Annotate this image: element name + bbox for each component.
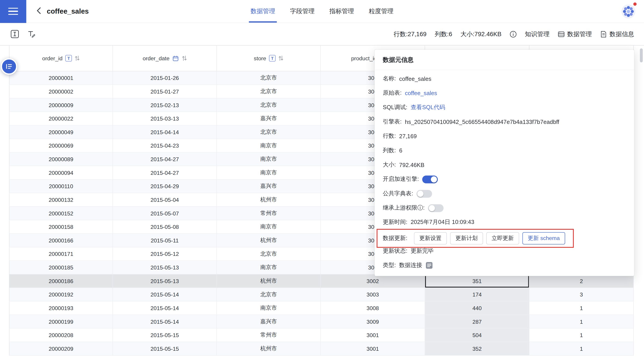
toolbar-action-data-info[interactable]: 数据信息 <box>600 30 634 38</box>
app-logo[interactable] <box>621 4 636 19</box>
table-cell[interactable]: 北京市 <box>217 71 321 85</box>
table-cell[interactable]: 20000069 <box>9 139 113 153</box>
table-cell[interactable]: 20000171 <box>9 247 113 261</box>
table-cell[interactable]: 2015-05-07 <box>113 207 217 220</box>
table-cell[interactable]: 3003 <box>321 288 425 302</box>
table-cell[interactable]: 2015-05-14 <box>113 315 217 329</box>
update-schema-button[interactable]: 更新 schema <box>522 232 565 244</box>
table-cell[interactable]: 20000152 <box>9 207 113 220</box>
table-cell[interactable]: 1 <box>529 342 634 356</box>
table-cell[interactable]: 2015-05-04 <box>113 193 217 207</box>
update-settings-button[interactable]: 更新设置 <box>414 232 447 244</box>
table-cell[interactable]: 3002 <box>321 274 425 288</box>
table-cell[interactable]: 杭州市 <box>217 342 321 356</box>
table-cell[interactable]: 20000193 <box>9 301 113 315</box>
table-cell[interactable]: 南京市 <box>217 301 321 315</box>
table-cell[interactable]: 2015-01-26 <box>113 71 217 85</box>
sql-debug-link[interactable]: 查看SQL代码 <box>411 104 445 111</box>
sort-icon[interactable] <box>278 55 283 61</box>
insert-text-icon[interactable] <box>10 29 20 39</box>
public-dictionary-toggle[interactable] <box>416 190 432 198</box>
table-cell[interactable]: 2015-04-29 <box>113 180 217 193</box>
table-cell[interactable]: 2015-04-23 <box>113 139 217 153</box>
table-cell[interactable]: 3009 <box>321 315 425 329</box>
table-cell[interactable]: 20000001 <box>9 71 113 85</box>
table-cell[interactable]: 20000209 <box>9 342 113 356</box>
table-cell[interactable]: 北京市 <box>217 98 321 112</box>
table-cell[interactable]: 3008 <box>321 301 425 315</box>
table-cell[interactable]: 351 <box>425 274 529 288</box>
table-cell[interactable]: 2015-02-13 <box>113 98 217 112</box>
table-cell[interactable]: 20000208 <box>9 329 113 342</box>
table-cell[interactable]: 20000186 <box>9 274 113 288</box>
table-cell[interactable]: 440 <box>425 301 529 315</box>
table-cell[interactable]: 2015-05-08 <box>113 220 217 234</box>
table-cell[interactable]: 2 <box>529 274 634 288</box>
table-cell[interactable]: 20000009 <box>9 98 113 112</box>
table-cell[interactable]: 20000158 <box>9 220 113 234</box>
table-cell[interactable]: 2015-04-14 <box>113 125 217 139</box>
table-cell[interactable]: 北京市 <box>217 288 321 302</box>
table-cell[interactable]: 20000022 <box>9 112 113 126</box>
table-cell[interactable]: 2015-05-14 <box>113 288 217 302</box>
table-cell[interactable]: 2015-04-27 <box>113 166 217 180</box>
table-cell[interactable]: 20000110 <box>9 180 113 193</box>
table-cell[interactable]: 南京市 <box>217 166 321 180</box>
table-cell[interactable]: 2015-05-14 <box>113 301 217 315</box>
table-cell[interactable]: 杭州市 <box>217 274 321 288</box>
table-cell[interactable]: 南京市 <box>217 152 321 166</box>
table-cell[interactable]: 常州市 <box>217 329 321 342</box>
table-cell[interactable]: 20000199 <box>9 315 113 329</box>
table-cell[interactable]: 1 <box>529 301 634 315</box>
inherit-upstream-permission-toggle[interactable] <box>428 204 444 212</box>
table-cell[interactable]: 2015-05-13 <box>113 274 217 288</box>
table-cell[interactable]: 嘉兴市 <box>217 315 321 329</box>
sort-icon[interactable] <box>182 55 187 61</box>
table-cell[interactable]: 2015-05-15 <box>113 342 217 356</box>
update-plan-button[interactable]: 更新计划 <box>450 232 483 244</box>
hamburger-menu-button[interactable] <box>0 0 26 23</box>
info-icon-button[interactable] <box>510 30 517 37</box>
table-cell[interactable]: 20000089 <box>9 152 113 166</box>
table-cell[interactable]: 杭州市 <box>217 234 321 247</box>
toolbar-action-knowledge-management[interactable]: 知识管理 <box>525 30 550 38</box>
back-button[interactable] <box>36 7 41 16</box>
table-cell[interactable]: 20000049 <box>9 125 113 139</box>
table-cell[interactable]: 2015-05-15 <box>113 329 217 342</box>
table-cell[interactable]: 北京市 <box>217 125 321 139</box>
toolbar-action-data-management[interactable]: 数据管理 <box>558 30 592 38</box>
tab-field-management[interactable]: 字段管理 <box>290 0 315 22</box>
column-header-order_date[interactable]: order_date <box>113 45 217 71</box>
table-cell[interactable]: 南京市 <box>217 139 321 153</box>
table-cell[interactable]: 北京市 <box>217 247 321 261</box>
table-cell[interactable]: 20000185 <box>9 261 113 275</box>
table-cell[interactable]: 20000132 <box>9 193 113 207</box>
tab-granularity-management[interactable]: 粒度管理 <box>369 0 394 22</box>
table-cell[interactable]: 3001 <box>321 342 425 356</box>
table-cell[interactable]: 2015-05-13 <box>113 261 217 275</box>
accelerated-engine-toggle[interactable] <box>422 175 438 183</box>
source-table-link[interactable]: coffee_sales <box>405 90 437 96</box>
table-cell[interactable]: 2015-04-27 <box>113 152 217 166</box>
table-cell[interactable]: 352 <box>425 342 529 356</box>
sort-icon[interactable] <box>75 55 80 61</box>
table-cell[interactable]: 3 <box>529 288 634 302</box>
table-cell[interactable]: 北京市 <box>217 85 321 98</box>
table-cell[interactable]: 1 <box>529 315 634 329</box>
table-cell[interactable]: 杭州市 <box>217 193 321 207</box>
vertical-scrollbar-thumb[interactable] <box>640 48 643 62</box>
table-cell[interactable]: 嘉兴市 <box>217 112 321 126</box>
table-cell[interactable]: 20000094 <box>9 166 113 180</box>
table-cell[interactable]: 2015-05-11 <box>113 234 217 247</box>
update-now-button[interactable]: 立即更新 <box>486 232 519 244</box>
column-header-order_id[interactable]: order_idT <box>9 45 113 71</box>
table-cell[interactable]: 20000166 <box>9 234 113 247</box>
table-cell[interactable]: 2015-01-27 <box>113 85 217 98</box>
table-cell[interactable]: 287 <box>425 315 529 329</box>
table-cell[interactable]: 2015-05-12 <box>113 247 217 261</box>
table-cell[interactable]: 1 <box>529 329 634 342</box>
table-cell[interactable]: 南京市 <box>217 261 321 275</box>
table-cell[interactable]: 504 <box>425 329 529 342</box>
table-cell[interactable]: 2015-03-13 <box>113 112 217 126</box>
metadata-float-button[interactable] <box>1 58 18 74</box>
